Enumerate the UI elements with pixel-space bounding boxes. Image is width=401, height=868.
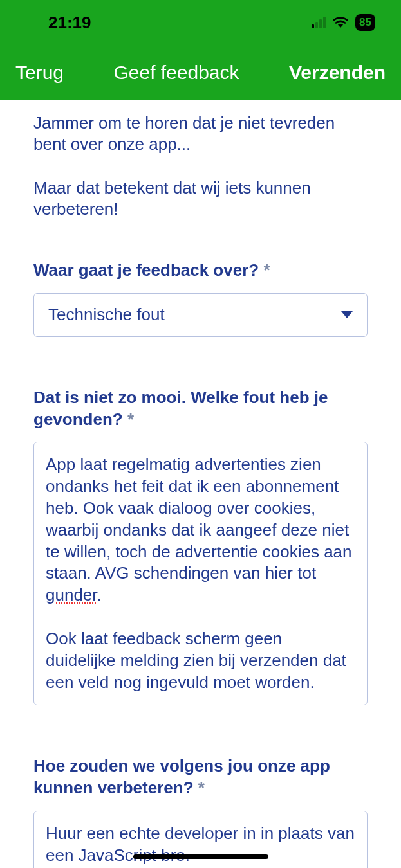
error-description-p2: Ook laat feedback scherm geen duidelijke…: [46, 628, 355, 693]
intro-paragraph-2: Maar dat betekent dat wij iets kunnen ve…: [33, 177, 368, 221]
required-asterisk: *: [198, 778, 205, 797]
question-2-label: Dat is niet zo mooi. Welke fout heb je g…: [33, 387, 368, 431]
blank-line: [46, 606, 355, 628]
status-time: 21:19: [48, 13, 91, 33]
required-asterisk: *: [263, 260, 270, 280]
intro-text: Jammer om te horen dat je niet tevreden …: [33, 113, 368, 220]
error-description-textarea[interactable]: App laat regelmatig advertenties zien on…: [33, 442, 368, 705]
feedback-topic-select[interactable]: Technische fout: [33, 293, 368, 337]
required-asterisk: *: [127, 410, 134, 429]
submit-button[interactable]: Verzenden: [289, 62, 386, 84]
error-p1-text-a: App laat regelmatig advertenties zien on…: [46, 455, 352, 583]
improvement-suggestion-textarea[interactable]: Huur een echte developer in in plaats va…: [33, 811, 368, 868]
page-title: Geef feedback: [113, 62, 239, 84]
home-indicator[interactable]: [133, 854, 268, 859]
cellular-signal-icon: [312, 17, 326, 28]
question-1-label-text: Waar gaat je feedback over?: [33, 260, 259, 280]
battery-icon: 85: [355, 14, 375, 31]
error-p1-text-b: .: [97, 585, 102, 604]
question-3-label-text: Hoe zouden we volgens jou onze app kunne…: [33, 756, 330, 797]
question-3-label: Hoe zouden we volgens jou onze app kunne…: [33, 755, 368, 799]
misspelled-word: gunder: [46, 585, 97, 604]
intro-paragraph-1: Jammer om te horen dat je niet tevreden …: [33, 113, 368, 156]
content-area: Jammer om te horen dat je niet tevreden …: [0, 100, 401, 868]
status-bar: 21:19 85: [0, 0, 401, 45]
feedback-topic-value: Technische fout: [48, 305, 165, 325]
back-button[interactable]: Terug: [15, 62, 64, 84]
question-1-label: Waar gaat je feedback over? *: [33, 260, 368, 282]
status-right-group: 85: [312, 14, 375, 31]
question-2-label-text: Dat is niet zo mooi. Welke fout heb je g…: [33, 388, 328, 429]
nav-bar: Terug Geef feedback Verzenden: [0, 45, 401, 100]
error-description-p1: App laat regelmatig advertenties zien on…: [46, 454, 355, 606]
wifi-icon: [332, 16, 349, 29]
chevron-down-icon: [341, 311, 353, 319]
